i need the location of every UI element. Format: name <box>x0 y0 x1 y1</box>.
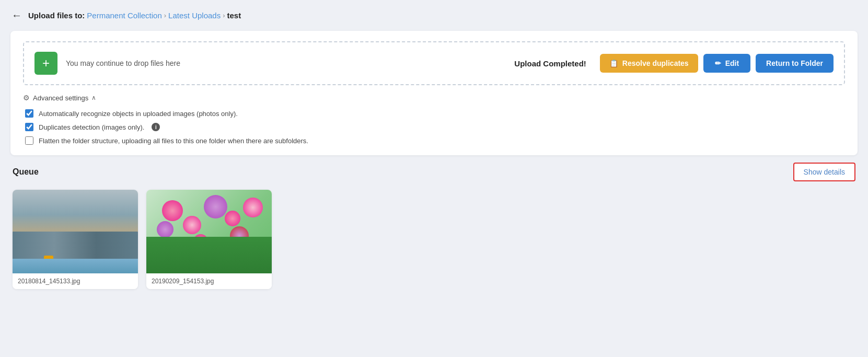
thumbnails-row: 20180814_145133.jpg 20190209_154153.jpg <box>13 190 855 289</box>
thumb-filename-1: 20180814_145133.jpg <box>13 273 138 289</box>
flower-decoration-4 <box>225 211 240 226</box>
back-arrow-icon: ← <box>11 9 22 21</box>
page-wrapper: ← Upload files to: Permanent Collection … <box>0 0 868 297</box>
duplicates-detection-checkbox[interactable] <box>25 123 33 131</box>
add-files-button[interactable]: + <box>34 52 57 75</box>
flower-decoration-6 <box>157 221 173 238</box>
settings-rows: Automatically recognize objects in uploa… <box>23 109 845 145</box>
show-details-button[interactable]: Show details <box>793 163 855 181</box>
edit-label: Edit <box>725 59 739 67</box>
thumb-card-1: 20180814_145133.jpg <box>13 190 138 289</box>
thumb-filename-2: 20190209_154153.jpg <box>146 273 272 289</box>
breadcrumb-latest-uploads[interactable]: Latest Uploads <box>168 11 221 20</box>
queue-section: Queue Show details 20180814_145133.jpg <box>10 163 858 289</box>
settings-row-3: Flatten the folder structure, uploading … <box>25 136 845 145</box>
auto-recognize-checkbox[interactable] <box>25 109 33 118</box>
flatten-structure-checkbox[interactable] <box>25 136 33 145</box>
edit-button[interactable]: ✏ Edit <box>703 54 750 73</box>
breadcrumb-current: test <box>227 11 241 20</box>
chevron-up-icon: ∧ <box>91 94 96 101</box>
pencil-icon: ✏ <box>715 59 721 67</box>
settings-row-2: Duplicates detection (images only). i <box>25 123 845 131</box>
queue-header: Queue Show details <box>13 163 855 181</box>
resolve-duplicates-label: Resolve duplicates <box>622 59 689 67</box>
boat-decoration <box>44 256 53 260</box>
show-details-label: Show details <box>804 168 845 176</box>
thumb-img-city <box>13 190 138 273</box>
flower-decoration-5 <box>243 198 263 217</box>
breadcrumb: Upload files to: Permanent Collection › … <box>28 11 241 20</box>
drop-zone[interactable]: + You may continue to drop files here Up… <box>23 41 845 85</box>
breadcrumb-sep-1: › <box>164 11 166 19</box>
upload-status: Upload Completed! <box>514 59 586 68</box>
action-buttons: 📋 Resolve duplicates ✏ Edit Return to Fo… <box>600 54 834 73</box>
header: ← Upload files to: Permanent Collection … <box>10 8 858 22</box>
advanced-settings-toggle[interactable]: ⚙ Advanced settings ∧ <box>23 94 96 102</box>
plus-icon: + <box>42 57 50 70</box>
upload-label: Upload files to: <box>28 11 85 20</box>
greenery-decoration <box>146 237 272 273</box>
file-icon: 📋 <box>609 59 618 67</box>
duplicates-detection-label: Duplicates detection (images only). <box>39 123 144 131</box>
drop-zone-text: You may continue to drop files here <box>66 59 506 67</box>
queue-title: Queue <box>13 167 39 177</box>
return-to-folder-label: Return to Folder <box>766 59 823 67</box>
flatten-structure-label: Flatten the folder structure, uploading … <box>39 137 308 145</box>
flower-decoration-3 <box>204 195 227 218</box>
breadcrumb-sep-2: › <box>223 11 225 19</box>
info-icon[interactable]: i <box>152 123 160 131</box>
breadcrumb-permanent-collection[interactable]: Permanent Collection <box>87 11 161 20</box>
advanced-settings: ⚙ Advanced settings ∧ Automatically reco… <box>23 94 845 145</box>
thumb-img-flowers <box>146 190 272 273</box>
flower-decoration-2 <box>183 216 201 234</box>
settings-row-1: Automatically recognize objects in uploa… <box>25 109 845 118</box>
upload-card: + You may continue to drop files here Up… <box>10 31 858 155</box>
resolve-duplicates-button[interactable]: 📋 Resolve duplicates <box>600 54 698 73</box>
thumb-card-2: 20190209_154153.jpg <box>146 190 272 289</box>
gear-icon: ⚙ <box>23 94 30 102</box>
flower-decoration-1 <box>162 200 183 221</box>
back-button[interactable]: ← <box>10 8 23 22</box>
advanced-settings-label: Advanced settings <box>33 94 88 102</box>
auto-recognize-label: Automatically recognize objects in uploa… <box>39 110 238 118</box>
return-to-folder-button[interactable]: Return to Folder <box>756 54 834 73</box>
